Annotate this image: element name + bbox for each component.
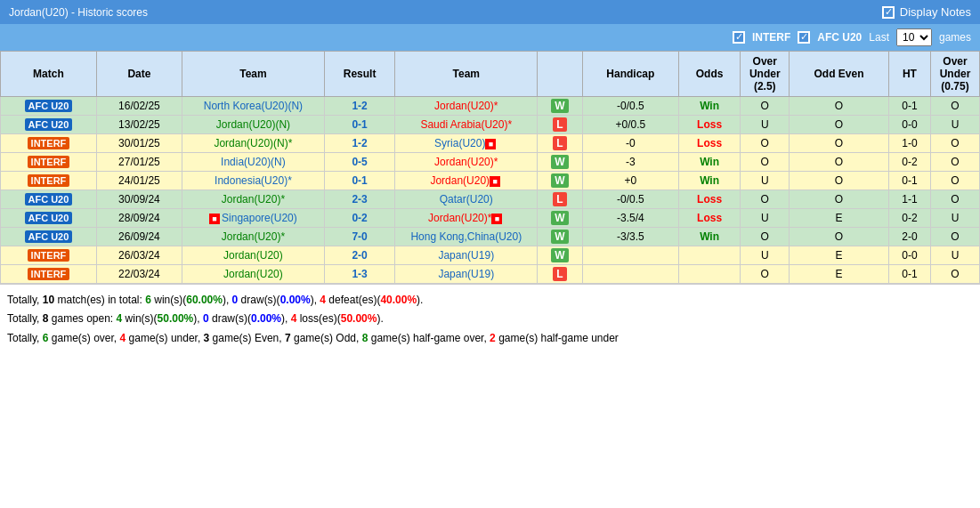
over-under-075-cell: U	[931, 116, 980, 134]
ht-cell: 0-0	[888, 246, 930, 265]
team2-name: Japan(U19)	[438, 249, 494, 262]
games-halfunder: 2	[490, 332, 496, 344]
table-row: INTERF 27/01/25 India(U20)(N) 0-5 Jordan…	[1, 153, 980, 172]
over-under-25-cell: U	[741, 172, 790, 190]
result-cell: 0-1	[324, 116, 394, 134]
over-under-075-cell: O	[931, 190, 980, 209]
afc-label: AFC U20	[817, 31, 862, 44]
ht-cell: 0-1	[888, 97, 930, 116]
table-row: INTERF 24/01/25 Indonesia(U20)* 0-1 Jord…	[1, 172, 980, 190]
result-link[interactable]: 0-1	[352, 118, 367, 131]
team2-name: Jordan(U20)	[430, 174, 490, 187]
result-cell: 0-5	[324, 153, 394, 172]
match-type: AFC U20	[1, 116, 97, 134]
team1-name: India(U20)(N)	[221, 156, 286, 168]
over-under-075-cell: U	[931, 246, 980, 265]
team2-cell: Japan(U19)	[395, 246, 538, 265]
wl-cell: W	[538, 228, 582, 246]
handicap-cell: -0/0.5	[582, 97, 678, 116]
team1-cell: India(U20)(N)	[182, 153, 324, 172]
type-badge: INTERF	[28, 137, 70, 149]
team1-name: Indonesia(U20)*	[215, 174, 292, 187]
handicap-cell: -3.5/4	[582, 209, 678, 228]
interf-checkbox[interactable]	[733, 31, 745, 44]
match-date: 26/03/24	[96, 246, 182, 265]
wl-badge: W	[551, 99, 568, 113]
handicap-cell: +0/0.5	[582, 116, 678, 134]
team1-name: Jordan(U20)(N)	[216, 118, 290, 131]
col-over-under-075: Over Under (0.75)	[931, 52, 980, 97]
wl-cell: L	[538, 134, 582, 153]
match-type: AFC U20	[1, 209, 97, 228]
wl-cell: W	[538, 153, 582, 172]
type-badge: INTERF	[28, 249, 70, 262]
team1-name: Jordan(U20)	[223, 249, 283, 262]
odds-value: Win	[700, 156, 719, 168]
result-link[interactable]: 1-3	[352, 268, 367, 280]
team2-name: Saudi Arabia(U20)*	[420, 118, 512, 131]
summary-line3: Totally, 6 game(s) over, 4 game(s) under…	[7, 329, 973, 347]
match-type: AFC U20	[1, 97, 97, 116]
match-date: 27/01/25	[96, 153, 182, 172]
odd-even-cell: O	[790, 97, 889, 116]
col-wl	[538, 52, 582, 97]
match-date: 13/02/25	[96, 116, 182, 134]
over-under-075-cell: U	[931, 209, 980, 228]
wl-badge: W	[551, 230, 568, 244]
display-notes-checkbox[interactable]	[882, 6, 895, 19]
wl-badge: W	[551, 155, 568, 169]
odd-even-cell: O	[790, 190, 889, 209]
col-date: Date	[96, 52, 182, 97]
result-link[interactable]: 0-1	[352, 174, 367, 187]
table-body: AFC U20 16/02/25 North Korea(U20)(N) 1-2…	[1, 97, 980, 284]
games-halfover: 8	[362, 332, 369, 344]
wl-cell: L	[538, 265, 582, 284]
col-odds: Odds	[678, 52, 740, 97]
scores-table: Match Date Team Result Team Handicap Odd…	[0, 51, 980, 284]
win-pct: 60.00%	[186, 294, 223, 306]
total-draws: 0	[232, 294, 239, 306]
handicap-cell	[582, 265, 678, 284]
open-losses: 4	[291, 312, 297, 325]
result-cell: 1-2	[324, 134, 394, 153]
result-link[interactable]: 1-2	[352, 100, 367, 112]
col-over-under-25: Over Under (2.5)	[741, 52, 790, 97]
table-row: AFC U20 16/02/25 North Korea(U20)(N) 1-2…	[1, 97, 980, 116]
table-row: AFC U20 26/09/24 Jordan(U20)* 7-0 Hong K…	[1, 228, 980, 246]
result-link[interactable]: 0-5	[352, 156, 367, 168]
result-link[interactable]: 2-0	[352, 249, 367, 262]
odds-value: Loss	[697, 118, 722, 131]
match-date: 26/09/24	[96, 228, 182, 246]
table-header-row: Match Date Team Result Team Handicap Odd…	[1, 52, 980, 97]
last-select[interactable]: 10 5 15 20 25 30	[896, 28, 932, 46]
red-card-icon: ■	[485, 139, 496, 149]
ht-cell: 0-1	[888, 265, 930, 284]
type-badge: INTERF	[28, 268, 70, 280]
result-link[interactable]: 2-3	[352, 193, 367, 206]
result-cell: 1-3	[324, 265, 394, 284]
result-link[interactable]: 0-2	[352, 212, 367, 224]
team1-cell: ■Singapore(U20)	[182, 209, 324, 228]
result-cell: 0-2	[324, 209, 394, 228]
games-even: 3	[204, 332, 210, 344]
open-wins: 4	[117, 312, 123, 325]
match-type: INTERF	[1, 265, 97, 284]
afc-checkbox[interactable]	[798, 31, 810, 44]
table-row: INTERF 30/01/25 Jordan(U20)(N)* 1-2 Syri…	[1, 134, 980, 153]
games-under: 4	[120, 332, 126, 344]
interf-label: INTERF	[752, 31, 790, 44]
odd-even-cell: E	[790, 246, 889, 265]
odd-even-cell: O	[790, 172, 889, 190]
odds-value: Loss	[697, 212, 722, 224]
team2-name: Qatar(U20)	[440, 193, 493, 206]
odd-even-cell: O	[790, 116, 889, 134]
team1-cell: Jordan(U20)	[182, 246, 324, 265]
team2-cell: Hong Kong,China(U20)	[395, 228, 538, 246]
wl-badge: W	[551, 248, 568, 262]
total-defeats: 4	[320, 294, 326, 306]
team1-name: Jordan(U20)*	[222, 230, 285, 243]
team2-name: Syria(U20)	[434, 137, 485, 149]
col-team2: Team	[395, 52, 538, 97]
result-link[interactable]: 1-2	[352, 137, 367, 149]
result-link[interactable]: 7-0	[352, 230, 367, 243]
